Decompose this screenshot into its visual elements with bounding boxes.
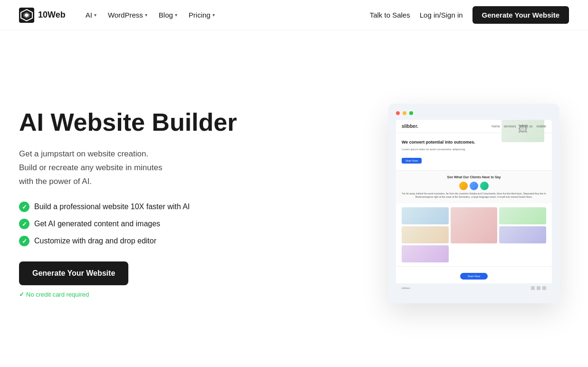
mockup-bottom-icon-3 [542,286,546,290]
hero-title: AI Website Builder [19,109,237,136]
mockup-content: slibber. home services about us mobile 🖼… [396,120,552,293]
brand-name: 10Web [38,10,66,20]
mockup-nav: home services about us mobile [492,125,546,128]
mockup-avatar-2 [470,182,478,190]
feature-item-3: Customize with drag and drop editor [19,236,237,246]
check-icon-3 [19,236,29,246]
nav-link-wordpress[interactable]: WordPress ▾ [103,8,152,22]
mockup-hero: 🖼 We convert potential into outcomes. Lo… [396,133,552,170]
browser-bar [396,111,552,115]
mockup-hero-image: 🖼 [501,120,544,142]
logo[interactable]: 10Web [19,8,66,23]
browser-dot-red [396,111,400,115]
mockup-gallery-img-3 [499,207,546,224]
mockup-bottom-bar: slibber. [396,283,552,293]
nav-link-ai[interactable]: AI ▾ [81,8,101,22]
feature-item-1: Build a professional website 10X faster … [19,202,237,212]
nav-link-blog[interactable]: Blog ▾ [154,8,182,22]
website-mockup: slibber. home services about us mobile 🖼… [388,104,559,303]
mockup-cta-btn: Start Now [402,158,422,164]
check-icon-1 [19,202,29,212]
feature-item-2: Get AI generated content and images [19,219,237,229]
chevron-down-icon: ▾ [145,12,147,18]
mockup-bottom-cta: Start Now [396,266,552,283]
hero-generate-button[interactable]: Generate Your Website [19,261,128,285]
talk-to-sales-link[interactable]: Talk to Sales [370,11,410,19]
logo-icon [19,8,34,23]
mockup-bottom-icon-1 [531,286,535,290]
navigation: 10Web AI ▾ WordPress ▾ Blog ▾ Pricing ▾ … [0,0,588,30]
feature-list: Build a professional website 10X faster … [19,202,237,246]
login-link[interactable]: Log in/Sign in [420,11,463,19]
nav-right: Talk to Sales Log in/Sign in Generate Yo… [370,6,569,24]
nav-links: AI ▾ WordPress ▾ Blog ▾ Pricing ▾ [81,8,220,22]
mockup-testimonial-text: Far far away, behind the word mountains,… [402,192,546,199]
mockup-gallery-img-6 [402,245,449,262]
mockup-gallery-img-2 [451,207,498,243]
nav-link-pricing[interactable]: Pricing ▾ [184,8,220,22]
chevron-down-icon: ▾ [94,12,96,18]
mockup-testimonial: See What Our Clients Have to Say Far far… [396,170,552,203]
nav-left: 10Web AI ▾ WordPress ▾ Blog ▾ Pricing ▾ [19,8,220,23]
check-icon-2 [19,219,29,229]
mockup-bottom-logo: slibber. [402,287,411,290]
mockup-gallery [396,203,552,266]
hero-left: AI Website Builder Get a jumpstart on we… [19,109,237,299]
browser-dot-yellow [403,111,406,115]
mockup-gallery-img-4 [402,226,449,243]
mockup-bottom-icons [531,286,546,290]
nav-generate-button[interactable]: Generate Your Website [472,6,569,24]
no-credit-label: No credit card required [19,291,237,298]
hero-section: AI Website Builder Get a jumpstart on we… [0,30,588,367]
mockup-site-name: slibber. [402,124,418,129]
mockup-gallery-img-1 [402,207,449,224]
mockup-avatars [402,182,546,190]
hero-right: slibber. home services about us mobile 🖼… [388,104,569,303]
chevron-down-icon: ▾ [175,12,177,18]
mockup-hero-sub: Lorem ipsum dolor sit amet consectetur a… [402,147,546,151]
mockup-bottom-icon-2 [537,286,540,290]
chevron-down-icon: ▾ [212,12,215,18]
mockup-avatar-1 [459,182,468,190]
mockup-bottom-btn: Start Now [460,273,488,280]
hero-subtitle: Get a jumpstart on website creation. Bui… [19,147,237,189]
mockup-avatar-3 [480,182,489,190]
mockup-gallery-img-5 [499,226,546,243]
browser-dot-green [409,111,413,115]
